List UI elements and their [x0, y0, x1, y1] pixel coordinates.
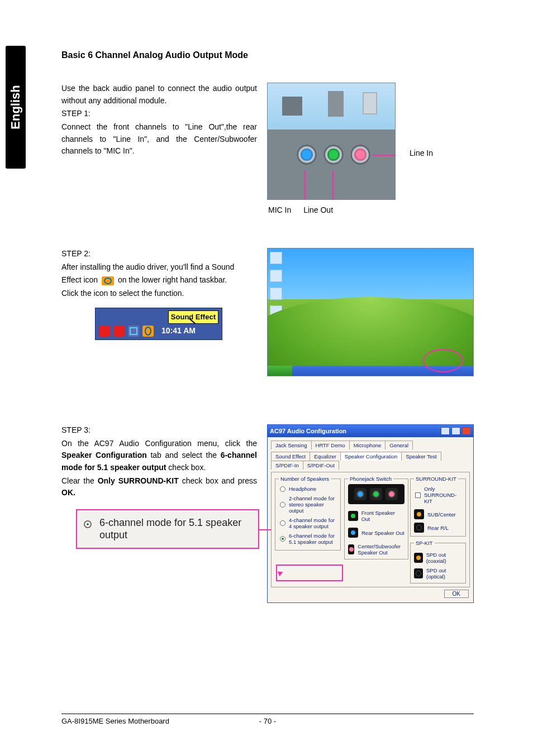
legend-sp-kit: SP-KIT	[414, 540, 435, 546]
legend-phonejack: Phonejack Switch	[348, 476, 393, 482]
highlight-cursor-icon	[277, 570, 285, 578]
sk-spd-coax: SPD out (coaxial)	[414, 552, 462, 564]
front-speaker-label: Front Speaker Out	[348, 510, 404, 522]
tab-sound-effect[interactable]: Sound Effect	[271, 452, 310, 461]
group-number-of-speakers: Number of Speakers Headphone 2-channel m…	[275, 476, 341, 551]
jack-mic-in-icon	[350, 145, 370, 165]
tab-microphone[interactable]: Microphone	[349, 441, 386, 449]
center-sub-label: Center/Subwoofer Speaker Out	[348, 543, 404, 556]
phonejack-icons	[348, 484, 404, 504]
checkbox-only-surround-kit[interactable]: Only SURROUND-KIT	[414, 484, 462, 506]
sound-effect-tray-icon	[102, 276, 114, 285]
close-button[interactable]	[462, 427, 471, 435]
jack-pink-icon	[386, 488, 398, 500]
step2-line-b: Effect icon on the lower right hand task…	[61, 274, 257, 286]
tab-spdif-in[interactable]: S/PDIF-In	[271, 461, 303, 470]
tray-clock: 10:41 AM	[161, 325, 196, 337]
desktop-icon	[270, 252, 282, 264]
radio-6ch[interactable]: 6-channel mode for 5.1 speaker output	[279, 531, 337, 547]
desktop-icon	[270, 288, 282, 300]
step3-body: On the AC97 Audio Configuration menu, cl…	[61, 438, 257, 474]
radio-selected-icon	[84, 520, 92, 528]
jack-line-in-icon	[297, 145, 317, 165]
ac97-config-window: AC97 Audio Configuration Jack Sensing HR…	[267, 424, 474, 603]
section-heading: Basic 6 Channel Analog Audio Output Mode	[61, 50, 475, 60]
radio-headphone[interactable]: Headphone	[279, 484, 337, 494]
step2-label: STEP 2:	[61, 248, 257, 260]
sk-rear-rl: Rear R/L	[414, 523, 462, 533]
windows-desktop-figure	[267, 248, 474, 376]
tray-icon-sound-effect[interactable]	[142, 326, 154, 337]
tab-general[interactable]: General	[385, 441, 413, 449]
tray-icon-generic	[113, 326, 125, 337]
step2-line-a: After installing the audio driver, you'l…	[61, 261, 257, 274]
minimize-button[interactable]	[441, 427, 450, 435]
radio-2ch[interactable]: 2-channel mode for stereo speaker output	[279, 494, 337, 515]
tab-row: Jack Sensing HRTF Demo Microphone Genera…	[271, 441, 470, 449]
maximize-button[interactable]	[451, 427, 460, 435]
tab-hrtf-demo[interactable]: HRTF Demo	[311, 441, 350, 449]
radio-4ch[interactable]: 4-channel mode for 4 speaker output	[279, 515, 337, 531]
sk-spd-optical: SPD out (optical)	[414, 567, 462, 580]
group-sp-kit: SP-KIT SPD out (coaxial) SPD out (optica…	[410, 540, 466, 583]
tab-row-2: Sound Effect Equalizer Speaker Configura…	[271, 452, 470, 470]
start-button-icon	[268, 366, 292, 376]
system-tray-figure: Sound Effect 10:41 AM	[95, 308, 222, 340]
legend-speakers: Number of Speakers	[279, 476, 331, 482]
highlight-ellipse	[423, 349, 463, 372]
rear-speaker-label: Rear Speaker Out	[348, 528, 404, 538]
step3-label: STEP 3:	[61, 424, 257, 437]
intro-paragraph: Use the back audio panel to connect the …	[61, 83, 257, 107]
footer-page-number: - 70 -	[245, 717, 290, 725]
footer-left: GA-8I915ME Series Motherboard	[61, 717, 245, 725]
line-in-label: Line In	[410, 149, 433, 157]
mic-in-caption: MIC In	[268, 205, 291, 214]
legend-surround-kit: SURROUND-KIT	[414, 476, 458, 482]
step1-label: STEP 1:	[61, 108, 257, 120]
tray-icon-monitor	[128, 326, 139, 337]
tab-speaker-test[interactable]: Speaker Test	[401, 452, 441, 461]
radio-6ch-callout: 6-channel mode for 5.1 speaker output	[76, 509, 259, 549]
desktop-icon	[270, 270, 282, 282]
tray-icon-generic	[99, 326, 110, 337]
sk-sub-center: SUB/Center	[414, 509, 462, 519]
tab-speaker-configuration[interactable]: Speaker Configuration	[340, 452, 402, 461]
jack-green-icon	[370, 488, 382, 500]
window-title: AC97 Audio Configuration	[270, 428, 346, 434]
tab-spdif-out[interactable]: S/PDIF-Out	[303, 461, 339, 470]
jack-blue-icon	[354, 488, 367, 500]
tab-jack-sensing[interactable]: Jack Sensing	[271, 441, 312, 449]
step1-body: Connect the front channels to "Line Out"…	[61, 121, 257, 157]
tab-equalizer[interactable]: Equalizer	[310, 452, 341, 461]
group-surround-kit: SURROUND-KIT Only SURROUND-KIT SUB/Cente…	[410, 476, 466, 537]
step3-body-2: Clear the Only SURROUND-KIT check box an…	[61, 475, 257, 499]
jack-line-out-icon	[323, 145, 344, 165]
audio-panel-figure: Line In MIC In Line Out	[267, 83, 474, 214]
footer-rule	[61, 714, 474, 714]
step2-line-c: Click the icon to select the function.	[61, 288, 257, 300]
line-out-caption: Line Out	[303, 205, 333, 214]
ok-button[interactable]: OK	[444, 590, 469, 598]
language-tab: English	[6, 46, 26, 169]
group-phonejack-switch: Phonejack Switch Front Speaker Out	[344, 476, 408, 559]
